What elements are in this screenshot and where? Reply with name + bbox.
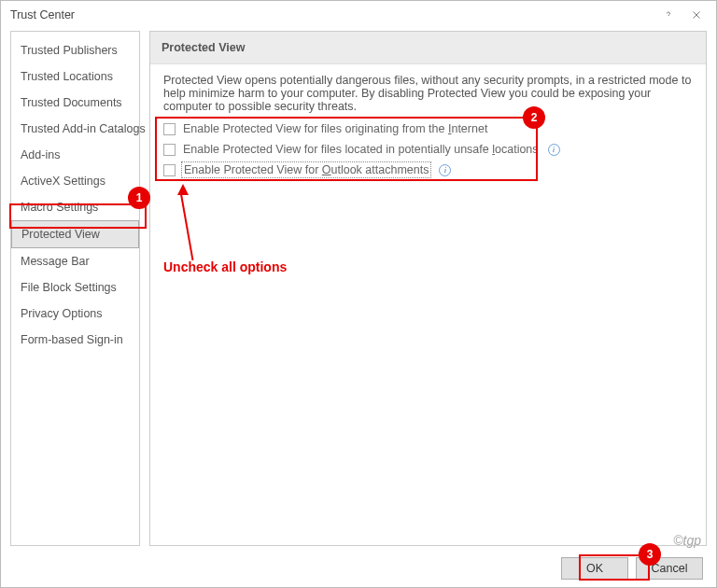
checkbox[interactable] bbox=[163, 164, 176, 176]
sidebar-item-form-based-sign-in[interactable]: Form-based Sign-in bbox=[11, 327, 139, 353]
option-label: Enable Protected View for files originat… bbox=[183, 122, 487, 135]
help-icon bbox=[663, 9, 674, 21]
section-description: Protected View opens potentially dangero… bbox=[163, 74, 693, 113]
cancel-button[interactable]: Cancel bbox=[636, 557, 703, 580]
category-sidebar: Trusted PublishersTrusted LocationsTrust… bbox=[10, 31, 140, 546]
options-group: Enable Protected View for files originat… bbox=[163, 119, 693, 180]
close-icon bbox=[691, 9, 702, 21]
protected-view-option[interactable]: Enable Protected View for Outlook attach… bbox=[163, 160, 693, 180]
titlebar: Trust Center bbox=[1, 1, 716, 29]
main-panel: Protected View Protected View opens pote… bbox=[149, 31, 707, 546]
help-button[interactable] bbox=[654, 4, 682, 26]
sidebar-item-privacy-options[interactable]: Privacy Options bbox=[11, 301, 139, 327]
sidebar-item-trusted-documents[interactable]: Trusted Documents bbox=[11, 90, 139, 116]
option-label: Enable Protected View for files located … bbox=[183, 143, 539, 156]
checkbox[interactable] bbox=[163, 144, 176, 156]
protected-view-option[interactable]: Enable Protected View for files originat… bbox=[163, 119, 693, 139]
section-header: Protected View bbox=[150, 32, 706, 64]
checkbox[interactable] bbox=[163, 123, 176, 135]
credit-watermark: ©tgp bbox=[673, 533, 701, 548]
sidebar-item-message-bar[interactable]: Message Bar bbox=[11, 248, 139, 274]
sidebar-item-macro-settings[interactable]: Macro Settings bbox=[11, 194, 139, 220]
sidebar-item-trusted-add-in-catalogs[interactable]: Trusted Add-in Catalogs bbox=[11, 116, 139, 142]
section-body: Protected View opens potentially dangero… bbox=[150, 64, 706, 189]
sidebar-item-file-block-settings[interactable]: File Block Settings bbox=[11, 274, 139, 301]
option-label: Enable Protected View for Outlook attach… bbox=[183, 163, 429, 176]
sidebar-item-activex-settings[interactable]: ActiveX Settings bbox=[11, 168, 139, 194]
sidebar-item-trusted-locations[interactable]: Trusted Locations bbox=[11, 63, 139, 90]
protected-view-option[interactable]: Enable Protected View for files located … bbox=[163, 139, 693, 160]
sidebar-item-add-ins[interactable]: Add-ins bbox=[11, 142, 139, 168]
trust-center-dialog: Trust Center Trusted PublishersTrusted L… bbox=[0, 0, 717, 588]
dialog-footer: OK Cancel bbox=[561, 557, 703, 580]
sidebar-item-trusted-publishers[interactable]: Trusted Publishers bbox=[11, 37, 139, 63]
sidebar-item-protected-view[interactable]: Protected View bbox=[11, 220, 139, 248]
close-button[interactable] bbox=[682, 4, 710, 26]
info-icon[interactable]: i bbox=[548, 144, 560, 156]
dialog-title: Trust Center bbox=[10, 8, 75, 21]
info-icon[interactable]: i bbox=[439, 164, 451, 176]
ok-button[interactable]: OK bbox=[561, 557, 628, 580]
